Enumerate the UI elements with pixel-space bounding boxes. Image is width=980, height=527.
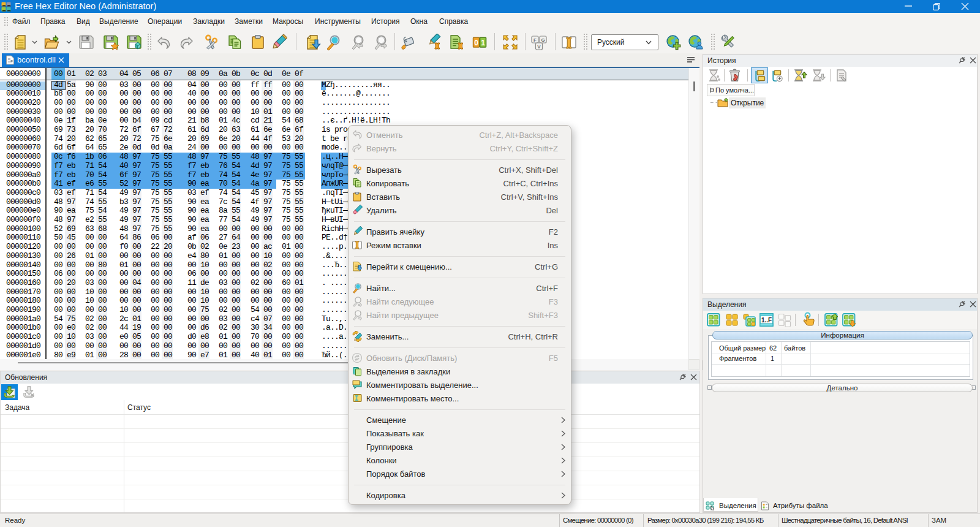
svg-text:1: 1 (481, 39, 485, 47)
svg-text:V: V (537, 44, 541, 50)
svg-text:G: G (541, 37, 545, 43)
svg-text:0: 0 (474, 39, 478, 47)
svg-text:1..F: 1..F (761, 317, 772, 324)
svg-text:F: F (533, 37, 537, 43)
